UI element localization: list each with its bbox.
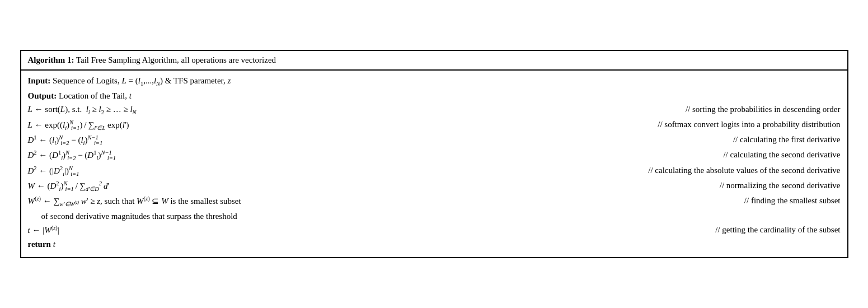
- return-keyword: return: [28, 240, 51, 249]
- line-d2a: D2 ← (D1i)Ni=2 − (D1i)N−1i=1 // calculat…: [28, 148, 841, 163]
- line-wz-cont-content: of second derivative magnitudes that sur…: [28, 209, 841, 223]
- line-d2abs: D2 ← (|D2i|)Ni=1 // calculating the abso…: [28, 164, 841, 179]
- line-w: W ← (D2i)Ni=1 / ∑d'∈D2 d' // normalizing…: [28, 179, 841, 194]
- comment-wz: // finding the smallest subset: [744, 194, 841, 208]
- comment-d2a: // calculating the second derivative: [723, 148, 840, 162]
- comment-sort: // sorting the probabilities in descendi…: [686, 102, 841, 116]
- algorithm-box: Algorithm 1: Tail Free Sampling Algorith…: [20, 50, 848, 258]
- algorithm-title-text: Tail Free Sampling Algorithm, all operat…: [76, 55, 276, 64]
- comment-w: // normalizing the second derivative: [720, 179, 841, 193]
- algorithm-title: Algorithm 1: Tail Free Sampling Algorith…: [21, 51, 847, 71]
- algorithm-label: Algorithm 1:: [28, 55, 74, 64]
- comment-t: // getting the cardinality of the subset: [715, 223, 840, 237]
- comment-d1: // calculating the first derivative: [733, 133, 841, 147]
- line-d1: D1 ← (li)Ni=2 − (li)N−1i=1 // calculatin…: [28, 133, 841, 148]
- input-label: Input:: [28, 76, 51, 85]
- comment-d2abs: // calculating the absolute values of th…: [648, 164, 840, 178]
- line-wz-cont: of second derivative magnitudes that sur…: [28, 209, 841, 223]
- line-d1-content: D1 ← (li)Ni=2 − (li)N−1i=1: [28, 133, 841, 148]
- line-wz-content: W(z) ← ∑w'∈W(z) w' ≥ z, such that W(z) ⊆…: [28, 194, 841, 209]
- line-wz: W(z) ← ∑w'∈W(z) w' ≥ z, such that W(z) ⊆…: [28, 194, 841, 209]
- output-line: Output: Location of the Tail, t: [28, 89, 841, 103]
- line-w-content: W ← (D2i)Ni=1 / ∑d'∈D2 d': [28, 179, 841, 194]
- line-softmax: L ← exp((li)Ni=1) / ∑l'∈L exp(l') // sof…: [28, 118, 841, 133]
- comment-softmax: // softmax convert logits into a probabi…: [658, 118, 840, 132]
- line-sort: L ← sort(L), s.t. li ≥ l2 ≥ … ≥ lN // so…: [28, 102, 841, 117]
- line-return: return t: [28, 237, 841, 251]
- output-content: Output: Location of the Tail, t: [28, 89, 841, 103]
- input-text: Sequence of Logits, L = (l1,...,lN) & TF…: [53, 76, 231, 85]
- line-return-content: return t: [28, 237, 841, 251]
- line-d2a-content: D2 ← (D1i)Ni=2 − (D1i)N−1i=1: [28, 148, 841, 163]
- input-line: Input: Sequence of Logits, L = (l1,...,l…: [28, 74, 841, 88]
- algorithm-body: Input: Sequence of Logits, L = (l1,...,l…: [21, 71, 847, 257]
- input-content: Input: Sequence of Logits, L = (l1,...,l…: [28, 74, 841, 88]
- output-label: Output:: [28, 91, 57, 100]
- line-t: t ← |W(z)| // getting the cardinality of…: [28, 223, 841, 237]
- output-text: Location of the Tail, t: [59, 91, 132, 100]
